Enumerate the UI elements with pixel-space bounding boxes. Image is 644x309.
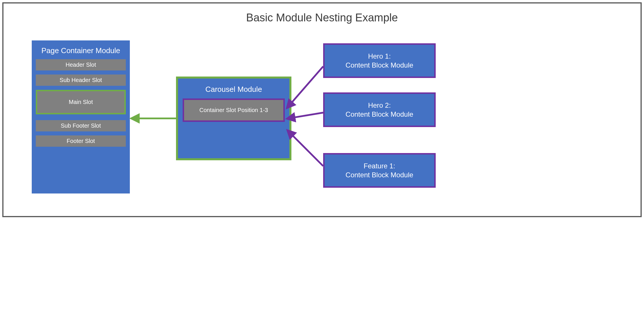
main-slot: Main Slot <box>36 90 126 114</box>
diagram-frame: Basic Module Nesting Example Page Contai… <box>2 2 642 217</box>
sub-footer-slot: Sub Footer Slot <box>36 120 126 131</box>
carousel-title: Carousel Module <box>183 83 285 98</box>
feature-1-line1: Feature 1: <box>364 161 395 170</box>
feature-1-block: Feature 1: Content Block Module <box>323 153 436 188</box>
hero-2-line1: Hero 2: <box>368 101 391 110</box>
footer-slot: Footer Slot <box>36 135 126 147</box>
page-container-module: Page Container Module Header Slot Sub He… <box>32 40 130 193</box>
sub-header-slot: Sub Header Slot <box>36 75 126 86</box>
arrow-feature1-to-slot <box>289 131 323 166</box>
arrow-hero1-to-slot <box>288 66 323 107</box>
diagram-canvas: Basic Module Nesting Example Page Contai… <box>9 9 635 211</box>
carousel-module: Carousel Module Container Slot Position … <box>178 79 289 158</box>
diagram-title: Basic Module Nesting Example <box>9 12 635 24</box>
hero-1-line2: Content Block Module <box>346 61 413 70</box>
header-slot: Header Slot <box>36 59 126 70</box>
hero-2-block: Hero 2: Content Block Module <box>323 92 436 127</box>
carousel-module-wrap: Carousel Module Container Slot Position … <box>176 77 291 160</box>
feature-1-line2: Content Block Module <box>346 170 413 179</box>
hero-1-line1: Hero 1: <box>368 52 391 61</box>
container-slot-position: Container Slot Position 1-3 <box>183 98 285 122</box>
arrow-hero2-to-slot <box>289 113 323 118</box>
hero-2-line2: Content Block Module <box>346 110 413 119</box>
page-container-title: Page Container Module <box>36 44 126 59</box>
hero-1-block: Hero 1: Content Block Module <box>323 43 436 78</box>
